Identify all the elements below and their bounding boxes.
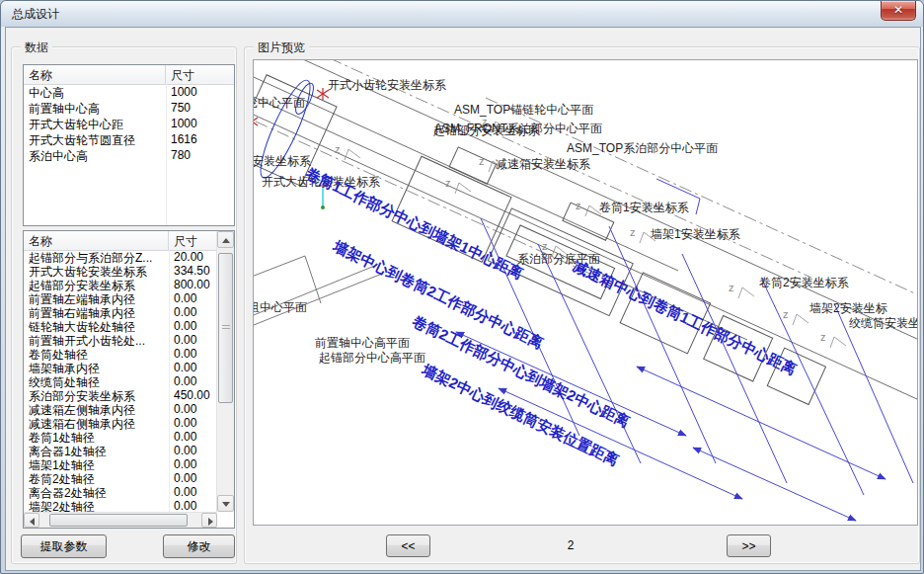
extract-params-button[interactable]: 提取参数 [21, 534, 107, 558]
preview-annotation: 起锚部分安装坐标系 [433, 123, 540, 137]
table-row[interactable]: 绞缆筒处轴径0.00 [24, 374, 217, 388]
table-row[interactable]: 前置轴开式小齿轮处...0.00 [24, 333, 217, 347]
preview-annotation: 墙架2安装坐标 [809, 301, 887, 315]
data-group: 数据 名称 尺寸 中心高1000前置轴中心高750开式大齿轮中心距1000开式大… [11, 46, 237, 564]
cell-name: 卷筒2处轴径 [24, 471, 169, 485]
scroll-right-button[interactable] [201, 513, 217, 528]
table-row[interactable]: 链轮轴大齿轮处轴径0.00 [24, 319, 217, 333]
column-separator [166, 84, 167, 225]
cell-size: 800.00 [169, 278, 217, 291]
cell-name: 起锚部分安装坐标系 [24, 278, 169, 291]
prev-page-button[interactable]: << [386, 534, 430, 557]
table-row[interactable]: 系泊中心高780 [24, 148, 234, 164]
svg-text:z: z [576, 200, 581, 211]
cell-name: 前置轴中心高 [24, 101, 166, 117]
table-row[interactable]: 起锚部分与系泊部分Z...20.00 [24, 250, 217, 264]
svg-text:z: z [335, 143, 341, 155]
cell-name: 开式大齿轮中心距 [24, 117, 166, 132]
cell-name: 开式大齿轮安装坐标系 [24, 264, 169, 278]
table-row[interactable]: 卷筒2处轴径0.00 [24, 471, 217, 485]
triangle-left-icon [30, 518, 35, 526]
params-table-top[interactable]: 名称 尺寸 中心高1000前置轴中心高750开式大齿轮中心距1000开式大齿轮节… [23, 64, 235, 226]
cell-name: 墙架2处轴径 [24, 499, 169, 512]
scroll-down-button[interactable] [217, 495, 234, 512]
column-header-name[interactable]: 名称 [24, 65, 166, 84]
table-row[interactable]: 墙架2处轴径0.00 [24, 499, 217, 512]
table-row[interactable]: 离合器1处轴径0.00 [24, 444, 217, 457]
cell-size: 450.00 [169, 388, 217, 402]
table-row[interactable]: 开式大齿轮中心距1000 [24, 117, 234, 132]
column-header-size[interactable]: 尺寸 [166, 65, 234, 84]
close-button[interactable]: ✕ [881, 1, 916, 21]
modify-button[interactable]: 修改 [163, 534, 235, 558]
cell-size: 1616 [166, 132, 234, 148]
table-row[interactable]: 卷筒1处轴径0.00 [24, 430, 217, 444]
preview-annotation: 组中心平面 [253, 300, 307, 314]
preview-group: 图片预览 [244, 46, 920, 564]
table-row[interactable]: 减速箱右侧轴承内径0.00 [24, 416, 217, 430]
column-header-size[interactable]: 尺寸 [169, 231, 217, 250]
table-row[interactable]: 开式大齿轮安装坐标系334.50 [24, 264, 217, 278]
preview-annotation: 卷筒1安装坐标系 [599, 201, 689, 214]
table-header[interactable]: 名称 尺寸 [24, 65, 234, 85]
table-row[interactable]: 前置轴右端轴承内径0.00 [24, 305, 217, 319]
cell-name: 前置轴右端轴承内径 [24, 305, 169, 319]
scroll-left-button[interactable] [24, 513, 39, 528]
close-icon: ✕ [893, 3, 903, 17]
table-row[interactable]: 开式大齿轮节圆直径1616 [24, 132, 234, 148]
scroll-up-button[interactable] [217, 231, 234, 248]
table-row[interactable]: 前置轴中心高750 [24, 101, 234, 117]
table-row[interactable]: 系泊部分安装坐标系450.00 [24, 388, 217, 402]
column-header-name[interactable]: 名称 [24, 231, 169, 250]
cell-size: 0.00 [169, 457, 217, 471]
cell-name: 链轮轴大齿轮处轴径 [24, 319, 169, 333]
table-row[interactable]: 墙架1处轴径0.00 [24, 457, 217, 471]
cell-name: 离合器1处轴径 [24, 444, 169, 457]
titlebar[interactable]: 总成设计 ✕ [1, 1, 923, 27]
svg-text:z: z [783, 308, 789, 320]
cell-name: 前置轴开式小齿轮处... [24, 333, 169, 347]
preview-annotation: 开式小齿轮安装坐标系 [328, 78, 446, 92]
table-row[interactable]: 墙架轴承内径0.00 [24, 361, 217, 374]
table-row[interactable]: 离合器2处轴径0.00 [24, 485, 217, 499]
table-row[interactable]: 卷筒处轴径0.00 [24, 347, 217, 361]
triangle-down-icon [222, 502, 230, 507]
preview-annotation: 起锚部分中心高平面 [319, 351, 425, 365]
cell-size: 0.00 [169, 416, 217, 430]
window-title: 总成设计 [12, 6, 59, 23]
preview-group-label: 图片预览 [254, 40, 309, 56]
vertical-scroll-thumb[interactable] [218, 253, 233, 403]
table-header[interactable]: 名称 尺寸 [24, 231, 234, 251]
cell-name: 绞缆筒处轴径 [24, 374, 169, 388]
cell-size: 1000 [166, 85, 234, 101]
cell-name: 减速箱右侧轴承内径 [24, 416, 169, 430]
cell-name: 开式大齿轮节圆直径 [24, 132, 166, 148]
cell-size: 0.00 [169, 347, 217, 361]
cell-name: 系泊中心高 [24, 148, 166, 164]
table-row[interactable]: 前置轴左端轴承内径0.00 [24, 291, 217, 305]
next-page-button[interactable]: >> [727, 534, 771, 557]
cell-size: 0.00 [169, 485, 217, 499]
svg-text:z: z [479, 155, 485, 167]
params-table-bottom[interactable]: 名称 尺寸 起锚部分与系泊部分Z...20.00开式大齿轮安装坐标系334.50… [23, 230, 235, 529]
cell-size: 750 [166, 101, 234, 117]
cell-name: 卷筒1处轴径 [24, 430, 169, 444]
column-separator [169, 250, 170, 512]
cell-name: 墙架轴承内径 [24, 361, 169, 374]
table-row[interactable]: 中心高1000 [24, 85, 234, 101]
cell-size: 780 [166, 148, 234, 164]
svg-text:z: z [542, 240, 548, 252]
table-row[interactable]: 起锚部分安装坐标系800.00 [24, 278, 217, 291]
preview-annotation: 减速箱安装坐标系 [496, 157, 590, 171]
preview-annotation: 绞缆筒安装坐标系 [849, 316, 918, 330]
cell-name: 中心高 [24, 85, 166, 101]
triangle-right-icon [208, 518, 213, 526]
svg-text:z: z [630, 226, 636, 238]
table-body: 起锚部分与系泊部分Z...20.00开式大齿轮安装坐标系334.50起锚部分安装… [24, 250, 217, 512]
horizontal-scroll-thumb[interactable] [49, 514, 188, 527]
vertical-scrollbar[interactable] [216, 231, 234, 512]
horizontal-scrollbar[interactable] [24, 512, 217, 528]
cell-name: 减速箱左侧轴承内径 [24, 402, 169, 416]
preview-canvas: z z z z z z z z z z [253, 59, 918, 526]
table-row[interactable]: 减速箱左侧轴承内径0.00 [24, 402, 217, 416]
